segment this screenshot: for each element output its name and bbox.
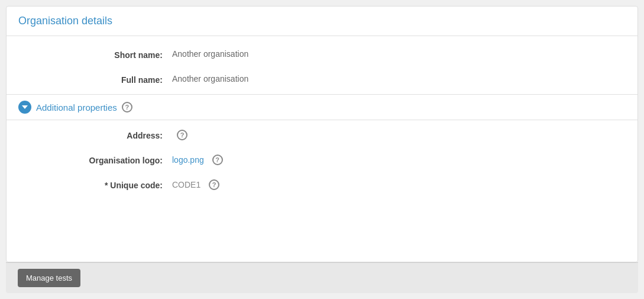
address-help-icon[interactable]: ? (177, 130, 187, 140)
page-title: Organisation details (18, 15, 626, 27)
card-header: Organisation details (7, 7, 637, 36)
additional-properties-help-icon[interactable]: ? (122, 102, 132, 112)
unique-code-row: * Unique code: CODE1 ? (7, 172, 637, 197)
additional-properties-section[interactable]: Additional properties ? (7, 94, 637, 120)
address-label: Address: (18, 130, 172, 140)
organisation-logo-help-icon[interactable]: ? (212, 155, 223, 165)
logo-link[interactable]: logo.png (172, 155, 204, 165)
full-name-value: Another organisation (172, 74, 626, 83)
chevron-down-icon[interactable] (18, 101, 31, 114)
manage-tests-button[interactable]: Manage tests (18, 269, 80, 287)
footer-bar: Manage tests (6, 262, 638, 293)
unique-code-value: CODE1 ? (172, 179, 626, 190)
full-name-row: Full name: Another organisation (7, 67, 637, 92)
organisation-logo-row: Organisation logo: logo.png ? (7, 147, 637, 172)
full-name-label: Full name: (18, 74, 172, 85)
short-name-value: Another organisation (172, 49, 626, 59)
additional-properties-label: Additional properties (36, 102, 117, 112)
address-value: ? (172, 130, 626, 140)
unique-code-help-icon[interactable]: ? (209, 179, 219, 190)
unique-code-label: * Unique code: (18, 179, 172, 190)
unique-code-text: CODE1 (172, 180, 200, 189)
short-name-row: Short name: Another organisation (7, 42, 637, 67)
organisation-logo-value: logo.png ? (172, 155, 626, 165)
organisation-logo-label: Organisation logo: (18, 155, 172, 165)
address-row: Address: ? (7, 123, 637, 147)
card-body: Short name: Another organisation Full na… (7, 36, 637, 262)
short-name-label: Short name: (18, 49, 172, 60)
